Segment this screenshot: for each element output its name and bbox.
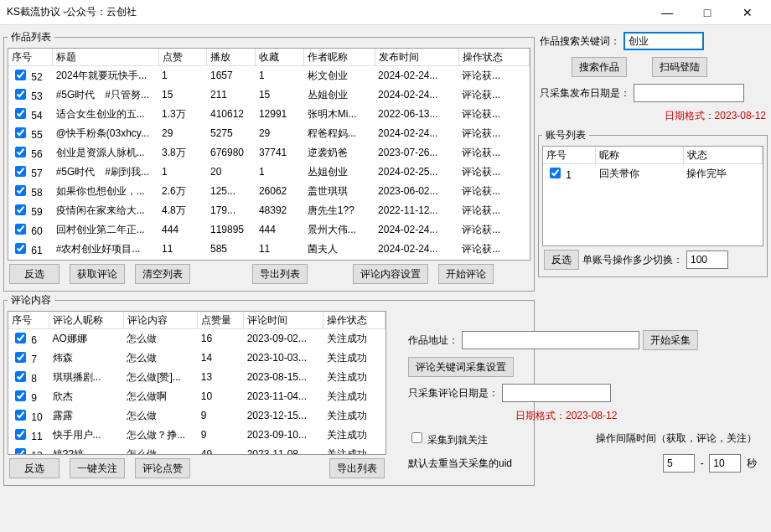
publish-date-input[interactable] — [634, 84, 744, 102]
comment-content-settings-button[interactable]: 评论内容设置 — [353, 264, 428, 284]
accounts-panel: 账号列表 序号昵称状态 1回关带你操作完毕 反选 单账号操作多少切换： — [538, 128, 768, 277]
works-table: 序号标题点赞播放收藏作者昵称发布时间操作状态 522024年就要玩快手...11… — [8, 49, 530, 261]
column-header[interactable]: 作者昵称 — [304, 49, 375, 66]
column-header[interactable]: 点赞量 — [198, 312, 244, 329]
one-click-follow-button[interactable]: 一键关注 — [70, 458, 125, 478]
table-row[interactable]: 59疫情闲在家来给大...4.8万179...48392唐先生1??2022-1… — [8, 201, 530, 220]
column-header[interactable]: 序号 — [8, 312, 49, 329]
comment-date-input[interactable] — [502, 384, 611, 402]
date-format-hint: 日期格式：2023-08-12 — [665, 109, 766, 123]
row-checkbox[interactable] — [15, 352, 26, 363]
column-header[interactable]: 播放 — [207, 49, 256, 66]
row-checkbox[interactable] — [15, 89, 26, 100]
comment-like-button[interactable]: 评论点赞 — [135, 458, 190, 478]
keyword-input[interactable] — [624, 32, 704, 50]
comments-legend: 评论内容 — [8, 293, 54, 307]
table-row[interactable]: 53#5G时代 #只管努...1521115丛姐创业2024-02-24...评… — [8, 85, 530, 105]
row-checkbox[interactable] — [550, 168, 561, 178]
table-row[interactable]: 60回村创业第二年正...444119895444景州大伟...2024-02-… — [8, 220, 530, 240]
minimize-button[interactable]: — — [650, 6, 684, 19]
table-row[interactable]: 6AO娜娜怎么做162023-09-02...关注成功 — [8, 329, 386, 349]
column-header[interactable]: 状态 — [683, 147, 762, 164]
table-row[interactable]: 1回关带你操作完毕 — [543, 164, 763, 183]
interval-max-input[interactable] — [709, 454, 741, 473]
table-row[interactable]: 12婷??婷怎么做492023-11-08...关注成功 — [8, 445, 386, 456]
export-comments-button[interactable]: 导出列表 — [329, 458, 385, 478]
work-url-label: 作品地址： — [408, 333, 458, 348]
table-row[interactable]: 56创业是资源人脉机...3.8万67698037741逆袭奶爸2023-07-… — [8, 143, 530, 163]
start-collect-button[interactable]: 开始采集 — [643, 330, 698, 350]
comment-date-label: 只采集评论日期是： — [408, 386, 499, 400]
get-comments-button[interactable]: 获取评论 — [70, 264, 125, 284]
work-url-input[interactable] — [462, 331, 639, 349]
scan-login-button[interactable]: 扫码登陆 — [652, 57, 707, 77]
column-header[interactable]: 操作状态 — [323, 312, 386, 329]
works-legend: 作品列表 — [8, 30, 54, 44]
switch-label: 单账号操作多少切换： — [582, 253, 683, 267]
row-checkbox[interactable] — [15, 147, 26, 158]
table-row[interactable]: 58如果你也想创业，...2.6万125...26062盖世琪琪2023-06-… — [8, 182, 530, 201]
works-invert-select-button[interactable]: 反选 — [9, 264, 60, 284]
column-header[interactable]: 发布时间 — [375, 49, 458, 66]
comment-keyword-settings-button[interactable]: 评论关键词采集设置 — [408, 357, 514, 377]
row-checkbox[interactable] — [15, 224, 26, 235]
window-title: KS截流协议 -公众号：云创社 — [7, 5, 137, 19]
row-checkbox[interactable] — [15, 448, 26, 455]
column-header[interactable]: 操作状态 — [458, 49, 529, 66]
row-checkbox[interactable] — [15, 70, 26, 80]
table-row[interactable]: 57#5G时代 #刷到我...1201丛姐创业2024-02-25...评论获.… — [8, 163, 530, 182]
table-row[interactable]: 7炜森怎么做142023-10-03...关注成功 — [8, 349, 386, 368]
maximize-button[interactable]: □ — [691, 6, 724, 19]
accounts-legend: 账号列表 — [542, 128, 589, 142]
interval-label: 操作间隔时间（获取，评论，关注） — [596, 431, 757, 446]
column-header[interactable]: 点赞 — [158, 49, 207, 66]
keyword-label: 作品搜索关键词： — [540, 34, 620, 49]
row-checkbox[interactable] — [15, 243, 26, 254]
accounts-invert-select-button[interactable]: 反选 — [544, 250, 579, 270]
switch-count-input[interactable] — [686, 251, 728, 269]
column-header[interactable]: 标题 — [53, 49, 158, 66]
table-row[interactable]: 10露露怎么做92023-12-15...关注成功 — [8, 406, 386, 426]
table-row[interactable]: 54适合女生创业的五...1.3万41061212991张明木Mi...2022… — [8, 105, 530, 124]
row-checkbox[interactable] — [15, 166, 26, 177]
export-works-button[interactable]: 导出列表 — [252, 264, 308, 284]
comment-date-format-hint: 日期格式：2023-08-12 — [515, 409, 617, 423]
column-header[interactable]: 评论时间 — [244, 312, 323, 329]
row-checkbox[interactable] — [15, 390, 26, 401]
column-header[interactable]: 收藏 — [256, 49, 304, 66]
follow-on-collect-checkbox[interactable]: 采集到就关注 — [408, 430, 488, 447]
comments-table: 序号评论人昵称评论内容点赞量评论时间操作状态 6AO娜娜怎么做162023-09… — [8, 312, 386, 455]
start-comment-button[interactable]: 开始评论 — [438, 264, 494, 284]
dedup-label: 默认去重当天采集的uid — [408, 457, 512, 471]
row-checkbox[interactable] — [15, 108, 26, 119]
table-row[interactable]: 522024年就要玩快手...116571彬文创业2024-02-24...评论… — [8, 66, 530, 85]
comments-invert-select-button[interactable]: 反选 — [9, 458, 60, 478]
column-header[interactable]: 序号 — [543, 147, 596, 164]
row-checkbox[interactable] — [15, 429, 26, 440]
accounts-table: 序号昵称状态 1回关带你操作完毕 — [543, 147, 763, 183]
table-row[interactable]: 55@快手粉条(03xhcy...29527529程爸程妈...2024-02-… — [8, 124, 530, 143]
column-header[interactable]: 序号 — [8, 49, 53, 66]
row-checkbox[interactable] — [15, 204, 26, 215]
column-header[interactable]: 评论内容 — [123, 312, 198, 329]
column-header[interactable]: 评论人昵称 — [49, 312, 124, 329]
clear-list-button[interactable]: 清空列表 — [135, 264, 190, 284]
row-checkbox[interactable] — [15, 333, 26, 343]
interval-min-input[interactable] — [663, 454, 695, 473]
row-checkbox[interactable] — [15, 127, 26, 138]
table-row[interactable]: 61#农村创业好项目...1158511菌夫人2024-02-24...评论获.… — [8, 240, 530, 259]
table-row[interactable]: 11快手用户...怎么做？挣...92023-09-10...关注成功 — [8, 426, 386, 445]
row-checkbox[interactable] — [15, 185, 26, 196]
publish-date-label: 只采集发布日期是： — [540, 86, 630, 101]
titlebar: KS截流协议 -公众号：云创社 — □ ✕ — [0, 0, 771, 25]
table-row[interactable]: 8琪琪播剧...怎么做[赞]...132023-08-15...关注成功 — [8, 368, 386, 387]
table-row[interactable]: 9欣杰怎么做啊102023-11-04...关注成功 — [8, 387, 386, 406]
column-header[interactable]: 昵称 — [596, 147, 684, 164]
row-checkbox[interactable] — [15, 371, 26, 382]
row-checkbox[interactable] — [15, 410, 26, 421]
close-button[interactable]: ✕ — [731, 6, 764, 19]
works-panel: 作品列表 序号标题点赞播放收藏作者昵称发布时间操作状态 522024年就要玩快手… — [3, 30, 535, 292]
search-works-button[interactable]: 搜索作品 — [572, 57, 627, 77]
